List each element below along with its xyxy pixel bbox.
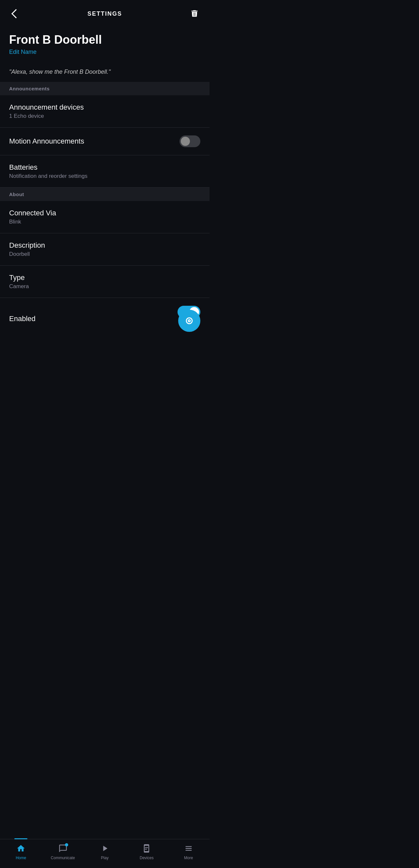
announcement-devices-label: Announcement devices	[9, 103, 84, 112]
description-content: Description Doorbell	[9, 241, 45, 257]
description-label: Description	[9, 241, 45, 250]
motion-announcements-content: Motion Announcements	[9, 137, 84, 146]
batteries-label: Batteries	[9, 163, 87, 172]
motion-announcements-toggle[interactable]	[179, 135, 200, 147]
page-title: SETTINGS	[87, 10, 122, 17]
connected-via-content: Connected Via Blink	[9, 209, 56, 225]
batteries-row[interactable]: Batteries Notification and reorder setti…	[0, 155, 210, 188]
edit-name-link[interactable]: Edit Name	[9, 49, 36, 56]
type-sublabel: Camera	[9, 283, 29, 290]
announcement-devices-content: Announcement devices 1 Echo device	[9, 103, 84, 119]
type-row: Type Camera	[0, 266, 210, 298]
motion-announcements-label: Motion Announcements	[9, 137, 84, 146]
device-name: Front B Doorbell	[9, 33, 200, 46]
top-bar: SETTINGS	[0, 0, 210, 26]
announcements-section-header: Announcements	[0, 82, 210, 95]
description-sublabel: Doorbell	[9, 251, 45, 257]
announcement-devices-sublabel: 1 Echo device	[9, 113, 84, 119]
enabled-content: Enabled	[9, 315, 36, 323]
enabled-label: Enabled	[9, 315, 36, 323]
svg-point-2	[189, 320, 190, 321]
delete-button[interactable]	[189, 8, 200, 20]
connected-via-row: Connected Via Blink	[0, 201, 210, 233]
voice-command: "Alexa, show me the Front B Doorbell."	[0, 59, 210, 82]
page-content: Front B Doorbell Edit Name "Alexa, show …	[0, 26, 210, 374]
connected-via-label: Connected Via	[9, 209, 56, 217]
type-label: Type	[9, 274, 29, 282]
enabled-device-icon	[178, 310, 200, 332]
batteries-sublabel: Notification and reorder settings	[9, 173, 87, 180]
batteries-content: Batteries Notification and reorder setti…	[9, 163, 87, 180]
motion-announcements-row[interactable]: Motion Announcements	[0, 128, 210, 155]
device-camera-icon	[183, 315, 195, 327]
connected-via-sublabel: Blink	[9, 219, 56, 225]
back-chevron-icon	[11, 9, 21, 18]
enabled-row[interactable]: Enabled	[0, 298, 210, 342]
type-content: Type Camera	[9, 274, 29, 290]
enabled-toggle-container[interactable]	[174, 306, 200, 332]
description-row: Description Doorbell	[0, 233, 210, 266]
device-header: Front B Doorbell Edit Name	[0, 26, 210, 59]
about-section-header: About	[0, 188, 210, 201]
back-button[interactable]	[9, 8, 21, 20]
announcement-devices-row[interactable]: Announcement devices 1 Echo device	[0, 95, 210, 128]
trash-icon	[190, 9, 199, 18]
